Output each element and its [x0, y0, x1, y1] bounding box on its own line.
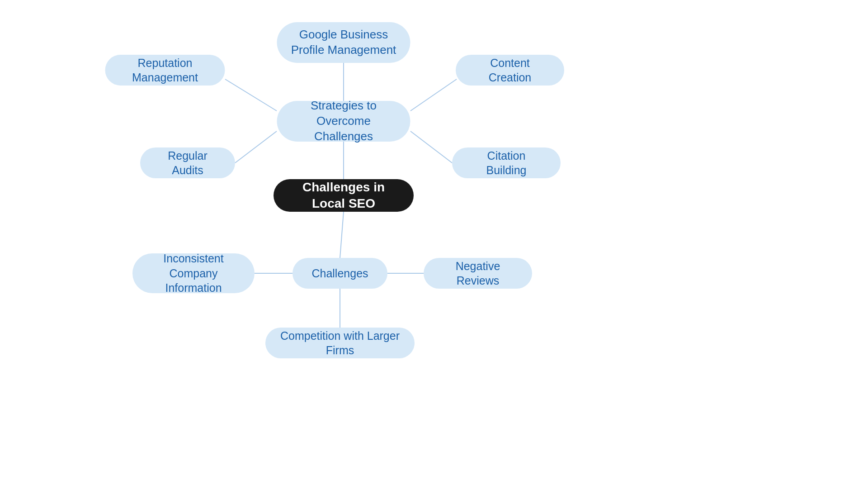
reputation-management-node: Reputation Management: [105, 55, 225, 86]
svg-line-5: [410, 131, 452, 163]
svg-line-6: [340, 212, 344, 258]
mind-map-container: Challenges in Local SEO Google Business …: [0, 0, 868, 490]
content-creation-node: Content Creation: [456, 55, 564, 86]
svg-line-4: [235, 131, 277, 163]
central-node: Challenges in Local SEO: [274, 179, 414, 212]
google-business-node: Google Business Profile Management: [277, 22, 410, 63]
inconsistent-info-node: Inconsistent Company Information: [132, 253, 255, 293]
competition-node: Competition with Larger Firms: [265, 328, 415, 358]
regular-audits-node: Regular Audits: [140, 147, 235, 178]
citation-building-node: Citation Building: [452, 147, 561, 178]
challenges-node: Challenges: [292, 258, 387, 289]
negative-reviews-node: Negative Reviews: [424, 258, 532, 289]
strategies-node: Strategies to Overcome Challenges: [277, 101, 410, 142]
svg-line-3: [410, 79, 457, 111]
svg-line-2: [225, 79, 277, 111]
